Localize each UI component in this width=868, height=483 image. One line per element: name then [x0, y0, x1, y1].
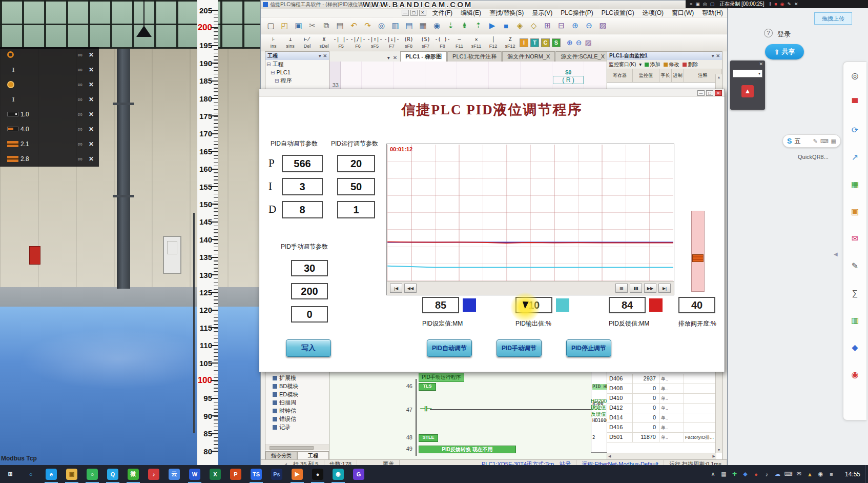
pid-mode-button[interactable]: PID停止调节	[566, 339, 611, 357]
ladder-tool-button[interactable]: ⊬ Del	[299, 37, 316, 49]
readout-value[interactable]: 84	[609, 297, 646, 313]
tab-dropdown-icon[interactable]: ▾	[387, 55, 390, 61]
zoom-out-icon[interactable]: ⊖	[583, 19, 595, 32]
panel-card-icon[interactable]: ▨	[585, 38, 591, 47]
ladder-view-icon[interactable]: ▥	[389, 19, 402, 32]
pid-run-input[interactable]: 1	[337, 201, 375, 218]
close-icon[interactable]: ✕	[89, 96, 94, 103]
column-header[interactable]: 监控值	[633, 69, 659, 82]
manual-value-input[interactable]: 0	[291, 306, 328, 323]
open-file-icon[interactable]: ◰	[278, 19, 291, 32]
pause-button[interactable]: ▮▮	[630, 284, 642, 293]
close-icon[interactable]: ✕	[419, 10, 426, 16]
table-row[interactable]: D416 0 单..	[607, 423, 716, 433]
taskbar-app-360[interactable]: ○	[82, 465, 102, 483]
manual-value-input[interactable]: 30	[291, 260, 328, 276]
ladder-editor[interactable]: 33 S0 ( R )	[329, 62, 606, 89]
clipboard-icon[interactable]: ▥	[843, 307, 866, 334]
print-icon[interactable]: ▦	[417, 19, 429, 32]
qr-icon[interactable]: ▦	[843, 171, 866, 198]
scroll-left-icon[interactable]: ◀	[608, 454, 611, 458]
bookmark-icon[interactable]: ▀	[843, 89, 866, 116]
tree-item[interactable]: 时钟信	[265, 407, 329, 415]
link-icon[interactable]: ∞	[78, 51, 82, 58]
close-icon[interactable]: ✕	[89, 126, 94, 133]
ladder-tool-button[interactable]: -|↑|- sF5	[366, 37, 383, 49]
link-icon[interactable]: ∞	[78, 110, 82, 118]
download-icon[interactable]: ⇣	[444, 19, 457, 32]
start-button[interactable]: ⊞	[0, 465, 20, 483]
readout-value[interactable]: 40	[678, 297, 715, 313]
tray-icon[interactable]: ☁	[772, 471, 783, 477]
contact-element[interactable]: ⊣⊢	[420, 405, 432, 413]
menu-item[interactable]: 窗口(W)	[668, 8, 698, 18]
column-header[interactable]: 进制	[672, 69, 684, 82]
taskbar-app-excel[interactable]: X	[205, 465, 225, 483]
help-icon[interactable]: ?	[764, 29, 773, 37]
chart-options-button[interactable]: ▦	[615, 284, 628, 293]
monitor-window-menu[interactable]: 监控窗口(K)	[609, 61, 636, 68]
search-tool-icon[interactable]: ◎	[843, 62, 866, 89]
skip-start-button[interactable]: |◀	[390, 284, 402, 293]
tree-item[interactable]: BD模块	[265, 382, 329, 390]
monitor-panel-title[interactable]: PLC1-自由监控1 ▾ ✕	[607, 52, 722, 60]
tree-item[interactable]: 记录	[265, 423, 329, 431]
close-icon[interactable]: ✕	[716, 53, 720, 58]
ladder-tool-button[interactable]: -( )- F8	[434, 37, 451, 49]
download-all-icon[interactable]: ⇟	[458, 19, 471, 32]
key-icon[interactable]: ◇	[527, 19, 540, 32]
ladder-tool-button[interactable]: ✕ sF11	[468, 37, 485, 49]
reset-coil-element[interactable]: S0 ( R )	[553, 70, 584, 84]
document-tab[interactable]: 源文件:SCALE_X	[555, 51, 610, 62]
table-row[interactable]: D406 2937 单..	[607, 374, 716, 384]
link-icon[interactable]: ∞	[78, 66, 82, 73]
document-tab[interactable]: PLC1-软元件注释	[447, 51, 502, 62]
table-row[interactable]: D410 0 单..	[607, 394, 716, 404]
menu-item[interactable]: 帮助(H)	[698, 8, 727, 18]
ladder-tool-button[interactable]: (S) sF7	[417, 37, 434, 49]
login-link[interactable]: 登录	[777, 30, 791, 39]
redo-icon[interactable]: ↷	[361, 19, 374, 32]
ladder-tool-button[interactable]: -| |- F5	[333, 37, 349, 49]
fast-forward-button[interactable]: ▶▶	[644, 284, 656, 293]
link-icon[interactable]: ∞	[78, 80, 82, 88]
close-icon[interactable]: ✕	[89, 81, 94, 88]
show-desktop-button[interactable]	[865, 465, 868, 483]
ladder-tool-button[interactable]: ⊻ sDel	[316, 37, 333, 49]
zoom-in-icon[interactable]: ⊕	[567, 38, 573, 47]
tab-close-icon[interactable]: ✕	[393, 55, 397, 61]
minimize-icon[interactable]: —	[697, 90, 705, 96]
expander-icon[interactable]: ⊟	[271, 70, 275, 75]
taskbar-app-explorer[interactable]: ▣	[61, 465, 82, 483]
card-icon[interactable]: ▨	[596, 19, 609, 32]
window-select-icon[interactable]: ▣	[695, 2, 700, 7]
screenshot-icon[interactable]: ▣	[843, 198, 866, 225]
grid-icon[interactable]: ⊞	[541, 19, 554, 32]
maximize-icon[interactable]: ▢	[410, 10, 418, 16]
taskbar-app-word[interactable]: W	[184, 465, 205, 483]
pen-icon[interactable]: ✎	[813, 138, 817, 145]
column-header[interactable]: 字长	[659, 69, 672, 82]
ladder-tool-button[interactable]: -|↓|- F7	[383, 37, 400, 49]
upload-arrow-button[interactable]: ▲	[741, 85, 754, 97]
table-row[interactable]: D501 11870 单.. FactoryIO排...	[607, 433, 716, 442]
tray-icon[interactable]: ♪	[761, 471, 772, 477]
close-icon[interactable]: ✕	[715, 90, 722, 96]
cut-icon[interactable]: ✂	[306, 19, 319, 32]
instruction-list-icon[interactable]: ▤	[403, 19, 416, 32]
link-icon[interactable]: ∞	[78, 125, 82, 133]
ladder-tool-button[interactable]: -|/|- F6	[349, 37, 366, 49]
pid-run-input[interactable]: 50	[337, 178, 375, 195]
save-icon[interactable]: ▣	[292, 19, 305, 32]
location-pin-icon[interactable]: ◉	[843, 361, 866, 388]
menu-item[interactable]: 显示(V)	[528, 8, 556, 18]
expander-icon[interactable]: ⊟	[266, 62, 271, 67]
taskbar-app-player[interactable]: ●	[307, 465, 328, 483]
mini-dropdown[interactable]: ▾	[733, 70, 762, 77]
input-method-pill[interactable]: S 五 ✎⌨▦	[782, 134, 841, 148]
close-icon[interactable]: ✕	[759, 62, 763, 67]
close-icon[interactable]: ✕	[89, 140, 94, 148]
maximize-icon[interactable]: ▢	[706, 90, 713, 96]
menu-item[interactable]: 编辑(E)	[457, 8, 485, 18]
document-tab[interactable]: PLC1 - 梯形图	[400, 51, 447, 62]
